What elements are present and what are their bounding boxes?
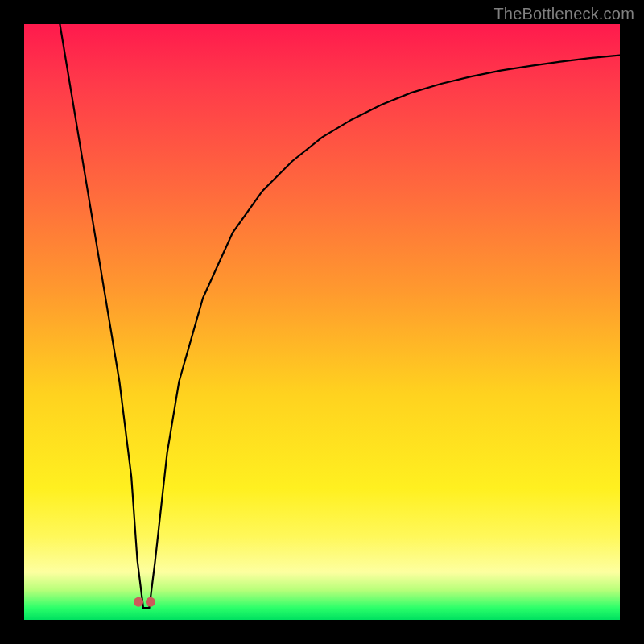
- marker-min-left: [134, 597, 143, 607]
- marker-group: [134, 597, 155, 607]
- watermark-text: TheBottleneck.com: [493, 5, 634, 23]
- plot-area: [24, 24, 620, 620]
- marker-min-right: [146, 597, 155, 607]
- chart-svg: [24, 24, 620, 620]
- outer-frame: TheBottleneck.com: [0, 0, 644, 644]
- bottleneck-curve: [60, 24, 620, 608]
- curve-group: [60, 24, 620, 608]
